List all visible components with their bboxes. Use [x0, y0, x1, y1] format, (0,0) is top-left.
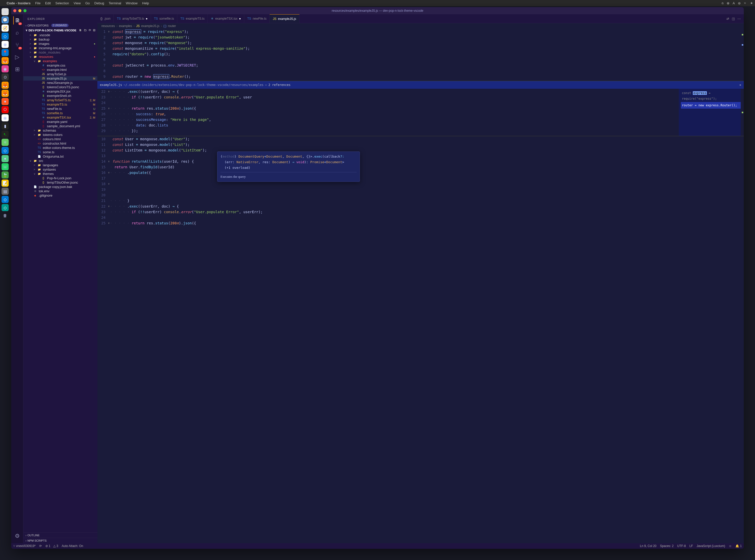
- editor-tab[interactable]: TSnewFile.ts: [244, 14, 270, 23]
- dock-terminal-icon[interactable]: $_: [2, 131, 9, 138]
- menubar-status-icon[interactable]: ⎋: [721, 1, 723, 5]
- tree-item[interactable]: {}tempTStoOther.jsonc: [23, 180, 97, 185]
- editor-tab[interactable]: ⚛exampleTSX.tsx●: [208, 14, 244, 23]
- menubar-status-icon[interactable]: ⊗: [727, 1, 730, 5]
- dock-app-icon[interactable]: ▤: [2, 188, 9, 195]
- dock-vscode-icon[interactable]: ◇: [2, 196, 9, 203]
- tree-item[interactable]: TSexampleTS.tsM: [23, 102, 97, 106]
- more-actions-icon[interactable]: ⋯: [737, 17, 741, 21]
- dock-notes-icon[interactable]: 📝: [2, 180, 9, 187]
- tree-item[interactable]: >📁.vscode: [23, 33, 97, 37]
- dock-opera-icon[interactable]: O: [2, 106, 9, 113]
- tree-item[interactable]: <>example.html: [23, 67, 97, 72]
- refresh-icon[interactable]: ⟳: [89, 28, 91, 32]
- dock-messages-icon[interactable]: 💬: [2, 16, 9, 23]
- menu-terminal[interactable]: Terminal: [108, 1, 121, 5]
- tree-item[interactable]: <>constructor.html: [23, 141, 97, 146]
- breadcrumb[interactable]: resources› examples› JS exampleJS.js› { …: [97, 23, 744, 29]
- tree-item[interactable]: ◆.gitignore: [23, 193, 97, 198]
- dock-safari-icon[interactable]: 🧭: [2, 24, 9, 32]
- menu-debug[interactable]: Debug: [94, 1, 104, 5]
- editor-tab[interactable]: TSexampleTS.ts: [178, 14, 208, 23]
- editor-tab[interactable]: {}.json: [97, 14, 114, 23]
- compare-changes-icon[interactable]: ⇄: [727, 17, 729, 21]
- editor-tab[interactable]: TSsomefile.ts: [151, 14, 178, 23]
- menu-view[interactable]: View: [74, 1, 81, 5]
- peek-code[interactable]: 22∨· · · · .exec((userErr, doc) ⇒ { 23· …: [97, 89, 679, 136]
- minimap[interactable]: [741, 29, 744, 81]
- status-language[interactable]: JavaScript (Luxcium): [697, 544, 725, 548]
- status-feedback-icon[interactable]: ☺: [729, 544, 732, 548]
- breadcrumb-segment[interactable]: router: [168, 24, 176, 28]
- tree-item[interactable]: ∨📁examples: [23, 59, 97, 63]
- tree-item[interactable]: >📁backup: [23, 37, 97, 42]
- tree-item[interactable]: TSnewFile.tsU: [23, 106, 97, 111]
- peek-ref-item[interactable]: router = new express.Router();: [681, 102, 742, 108]
- dock-trash-icon[interactable]: 🗑: [2, 212, 9, 219]
- menu-go[interactable]: Go: [85, 1, 90, 5]
- status-spaces[interactable]: Spaces: 2: [660, 544, 673, 548]
- menu-selection[interactable]: Selection: [55, 1, 69, 5]
- dock-firefox-icon[interactable]: 🦊: [2, 57, 9, 64]
- tree-item[interactable]: ⚛exampleTSX.tsx2, M: [23, 115, 97, 120]
- tree-item[interactable]: ∨📁resources●: [23, 55, 97, 59]
- tree-item[interactable]: >📁images●: [23, 42, 97, 46]
- dock-postman-icon[interactable]: ●: [2, 98, 9, 105]
- dock-app-icon[interactable]: ◉: [2, 65, 9, 73]
- open-editors-section[interactable]: › OPEN EDITORS 2 UNSAVED: [23, 23, 97, 27]
- tree-item[interactable]: {}tokensColorsTS.jsonc: [23, 85, 97, 89]
- tree-item[interactable]: {}sample_document.yml: [23, 124, 97, 128]
- menu-edit[interactable]: Edit: [45, 1, 51, 5]
- minimize-window-button[interactable]: [18, 9, 21, 12]
- collapse-icon[interactable]: ⊟: [93, 28, 95, 32]
- tree-item[interactable]: >📁tokens-colors: [23, 133, 97, 137]
- menubar-wifi-icon[interactable]: ᯤ: [744, 1, 747, 5]
- menu-file[interactable]: File: [35, 1, 41, 5]
- tree-item[interactable]: {}Pop-N-Lock.json: [23, 176, 97, 180]
- new-folder-icon[interactable]: 🗀: [84, 28, 87, 32]
- peek-close-icon[interactable]: ✕: [739, 82, 741, 88]
- tree-item[interactable]: {}example.yaml: [23, 120, 97, 124]
- npm-scripts-section[interactable]: ›NPM SCRIPTS: [23, 538, 97, 543]
- tree-item[interactable]: 📄Oniguruma.txt: [23, 154, 97, 159]
- breadcrumb-segment[interactable]: resources: [101, 24, 115, 28]
- menu-help[interactable]: Help: [142, 1, 149, 5]
- activity-debug-icon[interactable]: ▷: [13, 53, 21, 61]
- dock-firefox-icon[interactable]: 🦊: [2, 82, 9, 89]
- status-encoding[interactable]: UTF-8: [677, 544, 686, 548]
- breadcrumb-segment[interactable]: examples: [119, 24, 132, 28]
- tree-item[interactable]: ⚛exampleJSX.jsx: [23, 89, 97, 94]
- tree-item[interactable]: ∨📁themes: [23, 172, 97, 176]
- dock-vscode-insiders-icon[interactable]: ◇: [2, 204, 9, 211]
- activity-settings-icon[interactable]: ⚙: [13, 532, 21, 540]
- tree-item[interactable]: >📁incoming-tmLanguage: [23, 46, 97, 50]
- activity-search-icon[interactable]: ⌕: [13, 28, 21, 37]
- tree-item[interactable]: TSsomefile.tsM: [23, 111, 97, 115]
- tree-item[interactable]: >📁syntaxes: [23, 167, 97, 172]
- status-eol[interactable]: LF: [690, 544, 693, 548]
- tree-item[interactable]: <>colours.html: [23, 137, 97, 141]
- dock-chrome-icon[interactable]: ◉: [2, 114, 9, 121]
- minimap[interactable]: [741, 89, 744, 136]
- tree-item[interactable]: TSarrayToSetTS.ts2, M: [23, 98, 97, 102]
- tree-item[interactable]: JSnewJSexample.js: [23, 81, 97, 85]
- menubar-status-icon[interactable]: A: [733, 1, 735, 5]
- split-editor-icon[interactable]: ◫: [732, 17, 735, 21]
- dock-finder-icon[interactable]: ☺: [2, 8, 9, 15]
- tree-item[interactable]: >📁schemas: [23, 128, 97, 133]
- dock-chrome-icon[interactable]: ◉: [2, 41, 9, 48]
- editor-tab[interactable]: TSarrayToSetTS.ts●: [114, 14, 151, 23]
- dock-mongodb-icon[interactable]: 🍃: [2, 172, 9, 179]
- dock-vscode-icon[interactable]: ◇: [2, 147, 9, 154]
- folder-header[interactable]: ∨ DEV-POP-N-LOCK-THEME-VSCODE 🗎 🗀 ⟳ ⊟: [23, 27, 97, 33]
- status-branch[interactable]: ⑂ vnext/030919*: [13, 544, 36, 548]
- dock-terminal-icon[interactable]: ▮: [2, 122, 9, 129]
- editor-tab[interactable]: JSexampleJS.js: [270, 14, 299, 23]
- tree-item[interactable]: TSsome.ts: [23, 150, 97, 154]
- status-problems[interactable]: ⊘ 1 △ 3: [45, 544, 58, 548]
- dock-app-icon[interactable]: 📍: [2, 49, 9, 56]
- close-window-button[interactable]: [13, 9, 16, 12]
- dock-atom-icon[interactable]: ⚛: [2, 139, 9, 146]
- tree-item[interactable]: 📄package copy.json.bak: [23, 185, 97, 189]
- tree-item[interactable]: #example.css: [23, 63, 97, 67]
